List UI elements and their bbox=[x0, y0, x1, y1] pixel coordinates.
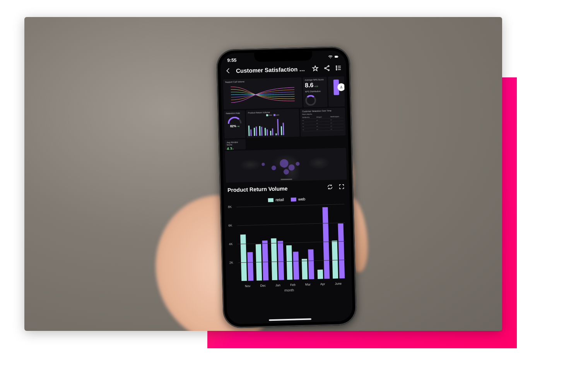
bar-web[interactable] bbox=[322, 207, 330, 279]
map-bubble bbox=[262, 163, 265, 166]
phone-screen: 9:55 Customer Satisfaction D… Support Ca bbox=[220, 50, 353, 324]
svg-rect-1 bbox=[338, 56, 338, 57]
semicircle-gauge-icon bbox=[227, 116, 241, 124]
share-button[interactable] bbox=[323, 64, 331, 72]
retention-delta: +4 bbox=[237, 125, 239, 127]
bar-chart[interactable]: NovDecJanFebMarAprJune 2K4K6K8K bbox=[228, 204, 348, 288]
bar-web[interactable] bbox=[277, 241, 284, 280]
x-tick: Nov bbox=[245, 284, 250, 288]
x-tick: June bbox=[335, 282, 342, 285]
bar-retail[interactable] bbox=[256, 244, 262, 281]
customer-retention-table-card[interactable]: Customer Retention Over Time Past 6 Mont… bbox=[300, 108, 346, 137]
svg-point-7 bbox=[336, 69, 337, 70]
support-call-volume-card[interactable]: Support Call Volume bbox=[223, 77, 303, 110]
x-tick: Dec bbox=[260, 284, 266, 287]
bar-retail[interactable] bbox=[332, 240, 338, 279]
x-tick: Apr bbox=[320, 282, 325, 286]
back-button[interactable] bbox=[224, 67, 232, 75]
card-subtitle: NPS Distribution bbox=[305, 90, 325, 92]
nps-delta: +3.9 bbox=[314, 85, 318, 87]
chart-legend: retail web bbox=[228, 196, 346, 203]
product-return-mini-card[interactable]: Product Return Volume retail web bbox=[246, 109, 300, 138]
bar-retail[interactable] bbox=[286, 245, 292, 280]
wifi-icon bbox=[328, 55, 333, 60]
y-tick: 4K bbox=[229, 242, 233, 246]
mini-legend: retail web bbox=[248, 113, 297, 116]
svg-point-5 bbox=[336, 66, 337, 67]
page-title: Customer Satisfaction D… bbox=[236, 65, 308, 74]
y-tick: 8K bbox=[228, 205, 232, 209]
svg-point-4 bbox=[328, 70, 329, 71]
bar-retail[interactable] bbox=[271, 238, 277, 280]
retention-rate-card[interactable]: Retention Rate 82% +4 bbox=[224, 110, 246, 139]
phone-frame: 9:55 Customer Satisfaction D… Support Ca bbox=[216, 46, 357, 329]
x-tick: Jan bbox=[275, 283, 280, 287]
y-tick: 2K bbox=[229, 261, 233, 264]
export-fab-button[interactable] bbox=[337, 83, 345, 91]
svg-point-2 bbox=[325, 68, 326, 69]
retention-value: 82% bbox=[230, 124, 236, 128]
refresh-button[interactable] bbox=[327, 184, 334, 191]
avg-review-value: 4.3 bbox=[227, 147, 232, 150]
bar-web[interactable] bbox=[293, 252, 299, 279]
list-view-button[interactable] bbox=[335, 64, 343, 72]
bar-web[interactable] bbox=[262, 240, 269, 281]
bar-retail[interactable] bbox=[317, 270, 323, 279]
map-bubble bbox=[280, 159, 289, 168]
home-indicator[interactable] bbox=[268, 318, 311, 321]
swipe-handle-icon[interactable] bbox=[280, 179, 292, 180]
svg-point-6 bbox=[336, 67, 337, 68]
promo-photo: 9:55 Customer Satisfaction D… Support Ca bbox=[24, 17, 502, 331]
map-bubble bbox=[296, 162, 299, 166]
nps-score-card[interactable]: Average NPS Score 8.6+3.9 NPS Distributi… bbox=[303, 77, 328, 108]
avg-review-card[interactable]: Avg Review Score 4.3/5 bbox=[225, 139, 246, 150]
bar-web[interactable] bbox=[247, 252, 253, 281]
bar-retail[interactable] bbox=[240, 235, 247, 281]
legend-item-web[interactable]: web bbox=[291, 197, 306, 202]
world-map-card[interactable] bbox=[225, 148, 347, 183]
dashboard-overview[interactable]: Support Call Volume bbox=[221, 75, 349, 183]
avg-review-suffix: /5 bbox=[232, 148, 234, 150]
nps-value: 8.6 bbox=[305, 82, 314, 89]
status-time: 9:55 bbox=[227, 57, 236, 63]
bar-web[interactable] bbox=[308, 249, 314, 279]
card-title: Avg Review Score bbox=[227, 141, 244, 146]
legend-item-retail[interactable]: retail bbox=[268, 197, 284, 202]
x-tick: Mar bbox=[305, 283, 311, 286]
chart-title: Product Return Volume bbox=[227, 185, 322, 193]
fullscreen-button[interactable] bbox=[338, 183, 345, 190]
battery-icon bbox=[334, 54, 339, 60]
svg-point-3 bbox=[328, 65, 329, 67]
card-title: Average NPS Score bbox=[305, 78, 325, 81]
line-chart-icon bbox=[225, 82, 300, 106]
bar-retail[interactable] bbox=[302, 259, 308, 279]
card-title: Retention Rate bbox=[226, 112, 243, 115]
table-row: ——— bbox=[303, 127, 344, 132]
favorite-button[interactable] bbox=[311, 65, 320, 73]
svg-rect-0 bbox=[335, 56, 338, 58]
gauge-card[interactable] bbox=[328, 76, 345, 107]
x-tick: Feb bbox=[290, 283, 296, 286]
bar-web[interactable] bbox=[338, 224, 345, 279]
mini-bar-chart bbox=[248, 118, 297, 136]
donut-chart-icon bbox=[305, 95, 316, 106]
y-tick: 6K bbox=[228, 224, 232, 227]
phone-notch bbox=[254, 51, 312, 62]
chart-section: Product Return Volume retail web NovDecJ… bbox=[224, 180, 352, 295]
